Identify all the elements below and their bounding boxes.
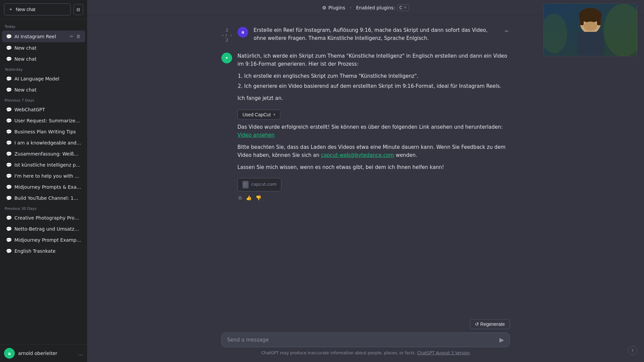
video-preview-inner: [544, 4, 637, 56]
sidebar-item-netto-beitrag[interactable]: 💬 Netto-Betrag und Umsatzste...: [2, 224, 85, 234]
source-icon: C: [243, 181, 249, 188]
plugin-tag-letter: C: [399, 5, 402, 10]
section-previous-7-days: Previous 7 Days: [0, 96, 87, 104]
sidebar-item-midjourney-examples[interactable]: 💬 Midjourney Prompt Examples...: [2, 235, 85, 245]
copy-button[interactable]: ⧉: [237, 194, 243, 202]
user-message-content: Erstelle ein Reel für Instagram, Auflösu…: [254, 26, 498, 44]
chat-item-label: New chat: [14, 87, 81, 93]
sidebar-item-creative-photo[interactable]: 💬 Creative Photography Prom...: [2, 213, 85, 223]
avatar: a: [4, 348, 15, 359]
more-options-icon[interactable]: ...: [78, 350, 83, 357]
regenerate-button[interactable]: ↺ Regenerate: [470, 319, 510, 329]
delete-button[interactable]: 🗑: [75, 33, 81, 40]
final-text: Lassen Sie mich wissen, wenn es noch etw…: [237, 163, 510, 171]
video-face-svg: [544, 4, 637, 56]
sidebar-item-knowledgeable[interactable]: 💬 I am a knowledgeable and hel...: [2, 137, 85, 148]
thumbs-down-button[interactable]: 👎: [255, 194, 262, 201]
plugin-used-button[interactable]: Used CapCut ▾: [237, 110, 280, 120]
chevron-down-icon: ▾: [273, 112, 275, 117]
chat-item-label: Business Plan Writing Tips: [14, 129, 81, 134]
main-content: ⚙ Plugins • Enabled plugins: C ✕ ⬆: [87, 0, 644, 362]
sidebar-item-help-any[interactable]: 💬 I'm here to help you with any c...: [2, 171, 85, 181]
sidebar-item-ai-language-model[interactable]: 💬 AI Language Model: [2, 73, 85, 84]
email-link[interactable]: capcut-web@bytedance.com: [321, 152, 394, 158]
topbar-divider: •: [349, 5, 352, 10]
message-input[interactable]: [227, 337, 493, 343]
chat-item-label: Creative Photography Prom...: [14, 215, 81, 221]
sidebar-item-business-plan[interactable]: 💬 Business Plan Writing Tips: [2, 126, 85, 137]
sidebar-item-new-chat-1[interactable]: 💬 New chat: [2, 43, 85, 53]
chat-item-actions: ✏ 🗑: [69, 33, 81, 40]
chat-icon: 💬: [6, 129, 12, 134]
chat-icon: 💬: [6, 140, 12, 145]
sidebar-item-user-request[interactable]: 💬 User Request: Summarize co...: [2, 115, 85, 126]
chat-item-label: WebChatGPT: [14, 107, 81, 112]
ai-avatar-icon: ✦: [225, 56, 228, 60]
send-button[interactable]: ▶: [498, 335, 505, 345]
chat-item-label: AI Instagram Reel: [14, 34, 66, 39]
sidebar-item-ai-instagram-reel[interactable]: 💬 AI Instagram Reel ✏ 🗑: [2, 31, 85, 42]
video-success-text: Das Video wurde erfolgreich erstellt! Si…: [237, 123, 510, 139]
sidebar-item-english-transkate[interactable]: 💬 English Trasnkate: [2, 246, 85, 256]
video-link[interactable]: Video ansehen: [237, 132, 275, 138]
regenerate-row: ↺ Regenerate: [221, 319, 510, 329]
chat-icon: 💬: [6, 56, 12, 62]
chat-item-label: Midjourney Prompts & Exam...: [14, 184, 81, 190]
thumbs-up-button[interactable]: 👍: [245, 194, 253, 201]
chat-icon: 💬: [6, 248, 12, 254]
chat-item-label: Netto-Betrag und Umsatzste...: [14, 226, 81, 232]
after-list-text: Ich fange jetzt an.: [237, 94, 510, 102]
sidebar-item-new-chat-2[interactable]: 💬 New chat: [2, 54, 85, 64]
source-card[interactable]: C capcut.com: [237, 178, 281, 191]
sidebar-item-build-youtube[interactable]: 💬 Build YouTube Channel: 100k...: [2, 193, 85, 203]
disclaimer: ChatGPT may produce inaccurate informati…: [221, 351, 510, 355]
pagination: ‹ 2 / 2 ›: [221, 27, 232, 43]
enabled-plugins-label: Enabled plugins:: [356, 5, 395, 10]
assistant-message-text: Natürlich, ich werde ein Skript zum Them…: [237, 52, 510, 191]
help-button[interactable]: ?: [628, 346, 637, 355]
sidebar-footer[interactable]: a arnold oberleiter ...: [0, 344, 87, 362]
pagination-prev[interactable]: ‹: [221, 33, 224, 38]
svg-point-9: [584, 21, 597, 31]
chat-item-label: User Request: Summarize co...: [14, 118, 81, 123]
chat-item-label: AI Language Model: [14, 76, 81, 81]
chat-item-label: New chat: [14, 56, 81, 62]
chat-icon: 💬: [6, 195, 12, 201]
chat-icon: 💬: [6, 215, 12, 221]
ai-avatar: ✦: [221, 53, 232, 63]
chat-item-label: English Trasnkate: [14, 248, 81, 254]
new-chat-button[interactable]: ＋ New chat: [4, 3, 71, 15]
svg-rect-7: [597, 15, 601, 25]
user-message-text: Erstelle ein Reel für Instagram, Auflösu…: [254, 26, 498, 42]
chat-item-label: Midjourney Prompt Examples...: [14, 237, 81, 243]
assistant-para-1: Natürlich, ich werde ein Skript zum Them…: [237, 52, 510, 68]
bottom-area: ↺ Regenerate ▶ ChatGPT may produce inacc…: [215, 315, 517, 362]
chat-icon: 💬: [6, 226, 12, 232]
list-item-2: Ich generiere ein Video basierend auf de…: [244, 82, 510, 90]
user-message-row: ‹ 2 / 2 › a Erstelle ein Reel für Instag…: [215, 22, 517, 48]
plugins-button[interactable]: ⚙ Plugins: [322, 5, 345, 10]
chat-item-label: New chat: [14, 45, 81, 51]
enabled-plugins-area[interactable]: Enabled plugins: C ✕: [356, 4, 409, 11]
input-area: ▶: [221, 333, 510, 347]
sidebar-header: ＋ New chat ⊟: [0, 0, 87, 19]
pagination-next[interactable]: ›: [230, 33, 232, 38]
sidebar-item-ki-prof[interactable]: 💬 Ist künstliche Intelligenz profi...: [2, 160, 85, 170]
chat-icon: 💬: [6, 162, 12, 168]
disclaimer-link[interactable]: ChatGPT August 3 Version: [417, 351, 470, 355]
sidebar-item-midjourney[interactable]: 💬 Midjourney Prompts & Exam...: [2, 182, 85, 192]
regenerate-label: ↺ Regenerate: [475, 321, 505, 327]
plus-icon: ＋: [8, 6, 13, 12]
sidebar-item-zusammenfassung[interactable]: 💬 Zusammenfassung: Weißkra...: [2, 148, 85, 159]
assistant-message-row: ✦ Natürlich, ich werde ein Skript zum Th…: [215, 48, 517, 206]
chat-item-label: Zusammenfassung: Weißkra...: [14, 151, 81, 157]
chat-item-label: Ist künstliche Intelligenz profi...: [14, 162, 81, 168]
sidebar-item-new-chat-3[interactable]: 💬 New chat: [2, 84, 85, 95]
chat-icon: 💬: [6, 76, 12, 81]
edit-button[interactable]: ✏: [69, 33, 74, 40]
sidebar-item-webchatgpt[interactable]: 💬 WebChatGPT: [2, 104, 85, 115]
chat-item-label: I am a knowledgeable and hel...: [14, 140, 81, 145]
layout-icon-button[interactable]: ⊟: [73, 4, 83, 15]
messages-area: ‹ 2 / 2 › a Erstelle ein Reel für Instag…: [87, 15, 644, 315]
edit-message-button[interactable]: ✏: [504, 27, 510, 35]
